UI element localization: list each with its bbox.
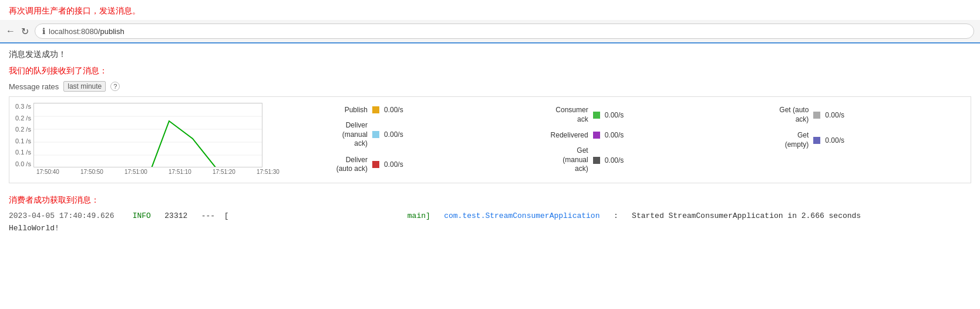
url-text: localhost:8080/publish <box>49 27 124 36</box>
log-message: Started StreamConsumerApplication in 2.6… <box>632 211 861 220</box>
stat-color-get-empty <box>813 137 820 144</box>
chart-svg <box>33 103 262 167</box>
success-message: 消息发送成功！ <box>9 49 971 60</box>
stat-redelivered: Redelivered 0.00/s <box>536 131 733 139</box>
reload-button[interactable]: ↻ <box>21 26 29 37</box>
stats-col-1: Publish 0.00/s Deliver(manualack) 0.00/s… <box>303 103 524 177</box>
stat-label-deliver-auto: Deliver(auto ack) <box>315 156 368 174</box>
consumer-log: 2023-04-05 17:40:49.626 INFO 23312 --- [… <box>9 210 971 235</box>
stat-label-deliver-manual: Deliver(manualack) <box>315 121 368 149</box>
stat-color-redelivered <box>593 132 600 139</box>
rates-help[interactable]: ? <box>110 82 120 91</box>
stat-color-deliver-auto <box>372 161 379 168</box>
chart-stats-area: 0.3 /s 0.2 /s 0.2 /s 0.1 /s 0.1 /s 0.0 /… <box>9 96 971 183</box>
stat-color-consumer-ack <box>593 112 600 119</box>
log-hello: HelloWorld! <box>9 224 59 233</box>
stats-col-2: Consumerack 0.00/s Redelivered 0.00/s Ge… <box>524 103 745 177</box>
rates-bar: Message rates last minute ? <box>9 81 971 92</box>
url-host: localhost:8080 <box>49 27 98 36</box>
stat-label-redelivered: Redelivered <box>536 131 588 139</box>
stat-get-auto: Get (autoack) 0.00/s <box>756 106 953 124</box>
stat-value-redelivered: 0.00/s <box>605 131 634 139</box>
top-heading: 再次调用生产者的接口，发送消息。 <box>9 6 971 16</box>
stat-get-empty: Get(empty) 0.00/s <box>756 131 953 149</box>
stat-value-deliver-manual: 0.00/s <box>384 130 413 139</box>
stat-deliver-manual: Deliver(manualack) 0.00/s <box>315 121 512 149</box>
stat-label-get-manual: Get(manualack) <box>536 146 588 174</box>
stat-consumer-ack: Consumerack 0.00/s <box>536 106 733 124</box>
stat-value-publish: 0.00/s <box>384 106 413 114</box>
log-pid: 23312 <box>164 211 187 220</box>
log-separator: --- <box>201 211 215 220</box>
stat-value-get-manual: 0.00/s <box>605 156 634 164</box>
log-line-1: 2023-04-05 17:40:49.626 INFO 23312 --- [… <box>9 210 971 223</box>
stat-get-manual: Get(manualack) 0.00/s <box>536 146 733 174</box>
log-spacer <box>233 211 403 220</box>
log-main: main] <box>408 211 430 220</box>
url-path: /publish <box>98 27 124 36</box>
chart-x-labels: 17:50:40 17:50:50 17:51:00 17:51:10 17:5… <box>15 169 279 175</box>
stat-label-get-empty: Get(empty) <box>756 131 809 149</box>
log-level: INFO <box>133 211 151 220</box>
log-class: com.test.StreamConsumerApplication <box>444 211 600 220</box>
stats-col-3: Get (autoack) 0.00/s Get(empty) 0.00/s <box>744 103 965 152</box>
consumer-heading: 消费者成功获取到消息： <box>9 195 971 206</box>
stat-label-publish: Publish <box>315 106 368 114</box>
stat-color-deliver-manual <box>372 131 379 138</box>
chart-y-axis: 0.3 /s 0.2 /s 0.2 /s 0.1 /s 0.1 /s 0.0 /… <box>15 103 33 167</box>
stat-value-get-auto: 0.00/s <box>825 111 854 119</box>
stat-value-deliver-auto: 0.00/s <box>384 160 413 169</box>
stat-color-get-manual <box>593 157 600 164</box>
rates-label: Message rates <box>9 82 59 91</box>
queue-received-heading: 我们的队列接收到了消息： <box>9 66 971 76</box>
stat-label-get-auto: Get (autoack) <box>756 106 809 124</box>
rates-dropdown[interactable]: last minute <box>63 81 106 92</box>
stat-value-get-empty: 0.00/s <box>825 136 854 145</box>
browser-bar: ← ↻ ℹ localhost:8080/publish <box>0 20 980 43</box>
stat-deliver-auto: Deliver(auto ack) 0.00/s <box>315 156 512 174</box>
stat-label-consumer-ack: Consumerack <box>536 106 588 124</box>
stats-grid: Publish 0.00/s Deliver(manualack) 0.00/s… <box>303 103 965 177</box>
info-icon: ℹ <box>42 26 45 36</box>
log-line-hello: HelloWorld! <box>9 223 971 235</box>
stat-publish: Publish 0.00/s <box>315 106 512 114</box>
back-button[interactable]: ← <box>6 26 15 36</box>
address-bar[interactable]: ℹ localhost:8080/publish <box>35 23 974 39</box>
log-colon: : <box>614 211 618 220</box>
log-timestamp: 2023-04-05 17:40:49.626 <box>9 211 114 220</box>
chart-container: 0.3 /s 0.2 /s 0.2 /s 0.1 /s 0.1 /s 0.0 /… <box>15 103 279 175</box>
stat-color-get-auto <box>813 112 820 119</box>
stat-value-consumer-ack: 0.00/s <box>605 111 634 119</box>
stat-color-publish <box>372 106 379 113</box>
